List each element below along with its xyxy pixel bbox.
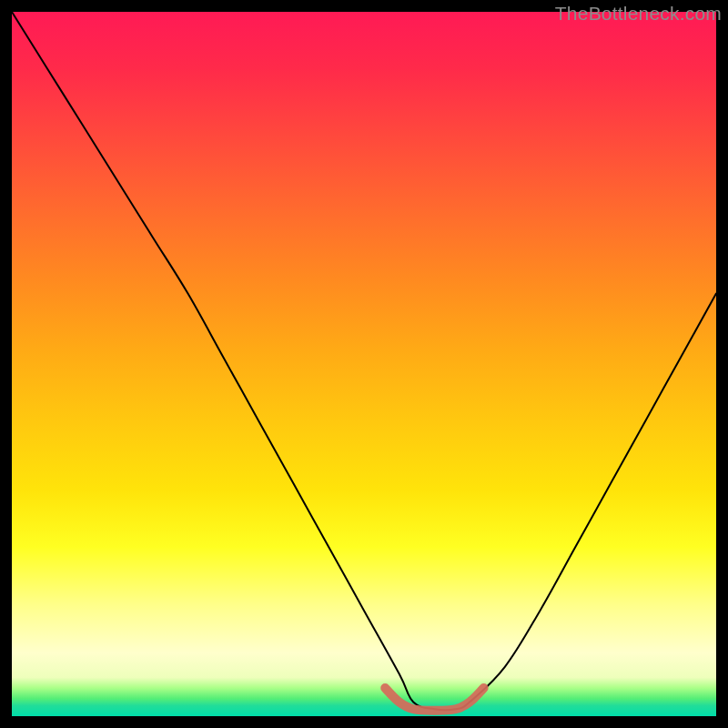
bottleneck-curve: [12, 12, 716, 710]
chart-frame: TheBottleneck.com: [12, 12, 716, 716]
chart-svg: [12, 12, 716, 716]
watermark-text: TheBottleneck.com: [555, 3, 722, 25]
bottleneck-floor-highlight: [385, 688, 483, 711]
